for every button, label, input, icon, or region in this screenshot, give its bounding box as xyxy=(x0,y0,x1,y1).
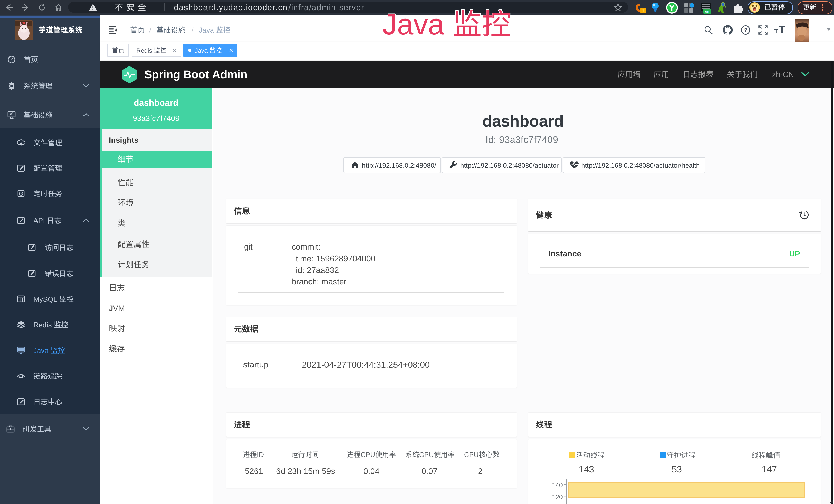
svg-text:?: ? xyxy=(744,27,747,33)
svg-text:1: 1 xyxy=(642,8,644,13)
svg-text:on: on xyxy=(705,9,709,13)
